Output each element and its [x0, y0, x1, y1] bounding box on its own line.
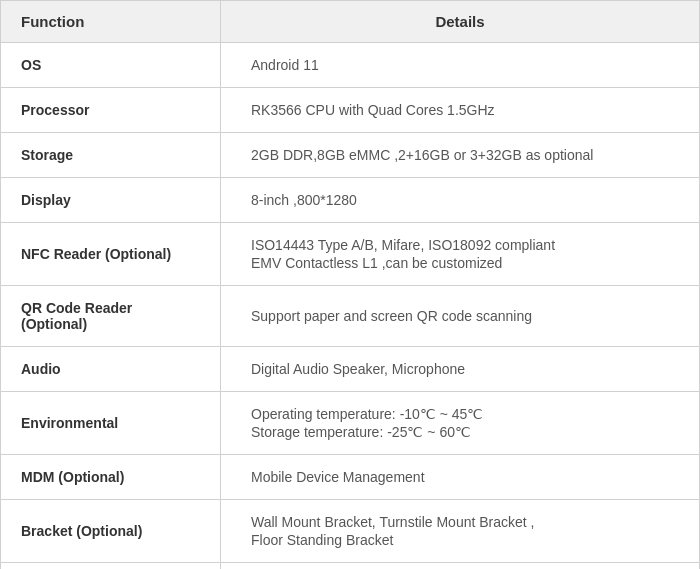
row-function-storage: Storage: [1, 133, 221, 177]
row-details-mdm: Mobile Device Management: [221, 455, 699, 499]
table-row-color: Color (Optional)Dark Gun & Silver: [1, 563, 699, 569]
row-details-audio: Digital Audio Speaker, Microphone: [221, 347, 699, 391]
specs-table: Function Details OSAndroid 11ProcessorRK…: [0, 0, 700, 569]
table-row-display: Display8-inch ,800*1280: [1, 178, 699, 223]
row-details-nfc-reader: ISO14443 Type A/B, Mifare, ISO18092 comp…: [221, 223, 699, 285]
row-details-processor: RK3566 CPU with Quad Cores 1.5GHz: [221, 88, 699, 132]
table-row-qr-code-reader: QR Code Reader (Optional)Support paper a…: [1, 286, 699, 347]
table-row-os: OSAndroid 11: [1, 43, 699, 88]
header-details: Details: [221, 1, 699, 42]
row-function-color: Color (Optional): [1, 563, 221, 569]
row-details-environmental: Operating temperature: -10℃ ~ 45℃Storage…: [221, 392, 699, 454]
row-function-mdm: MDM (Optional): [1, 455, 221, 499]
table-row-nfc-reader: NFC Reader (Optional)ISO14443 Type A/B, …: [1, 223, 699, 286]
row-function-processor: Processor: [1, 88, 221, 132]
row-function-os: OS: [1, 43, 221, 87]
row-function-audio: Audio: [1, 347, 221, 391]
row-function-display: Display: [1, 178, 221, 222]
table-row-environmental: EnvironmentalOperating temperature: -10℃…: [1, 392, 699, 455]
row-details-color: Dark Gun & Silver: [221, 563, 699, 569]
row-details-storage: 2GB DDR,8GB eMMC ,2+16GB or 3+32GB as op…: [221, 133, 699, 177]
table-body: OSAndroid 11ProcessorRK3566 CPU with Qua…: [1, 43, 699, 569]
table-header: Function Details: [1, 1, 699, 43]
row-function-bracket: Bracket (Optional): [1, 500, 221, 562]
detail-line: Wall Mount Bracket, Turnstile Mount Brac…: [251, 514, 669, 530]
row-details-os: Android 11: [221, 43, 699, 87]
table-row-bracket: Bracket (Optional)Wall Mount Bracket, Tu…: [1, 500, 699, 563]
row-function-environmental: Environmental: [1, 392, 221, 454]
header-function: Function: [1, 1, 221, 42]
detail-line: EMV Contactless L1 ,can be customized: [251, 255, 669, 271]
row-function-nfc-reader: NFC Reader (Optional): [1, 223, 221, 285]
table-row-storage: Storage2GB DDR,8GB eMMC ,2+16GB or 3+32G…: [1, 133, 699, 178]
detail-line: Storage temperature: -25℃ ~ 60℃: [251, 424, 669, 440]
row-details-bracket: Wall Mount Bracket, Turnstile Mount Brac…: [221, 500, 699, 562]
row-function-qr-code-reader: QR Code Reader (Optional): [1, 286, 221, 346]
table-row-mdm: MDM (Optional) Mobile Device Management: [1, 455, 699, 500]
table-row-processor: ProcessorRK3566 CPU with Quad Cores 1.5G…: [1, 88, 699, 133]
detail-line: Floor Standing Bracket: [251, 532, 669, 548]
table-row-audio: AudioDigital Audio Speaker, Microphone: [1, 347, 699, 392]
row-details-qr-code-reader: Support paper and screen QR code scannin…: [221, 286, 699, 346]
detail-line: Operating temperature: -10℃ ~ 45℃: [251, 406, 669, 422]
row-details-display: 8-inch ,800*1280: [221, 178, 699, 222]
detail-line: ISO14443 Type A/B, Mifare, ISO18092 comp…: [251, 237, 669, 253]
